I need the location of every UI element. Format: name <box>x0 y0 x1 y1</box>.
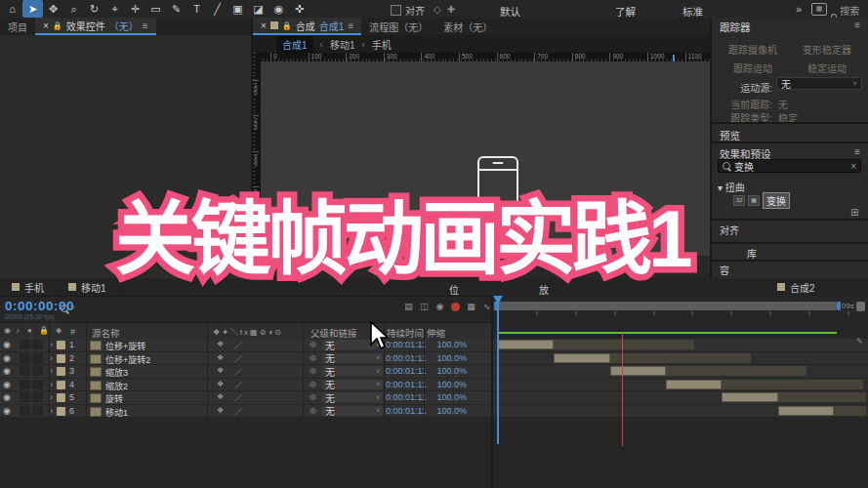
timeline-toggle-icon[interactable]: ▤ <box>404 302 413 311</box>
layer-color-chip[interactable] <box>57 407 65 416</box>
toolbar-extra-icon[interactable]: ✚ <box>447 4 455 15</box>
toolbar-tool-icon[interactable]: ✥ <box>43 0 63 18</box>
layer-color-chip[interactable] <box>57 381 65 389</box>
expand-arrow-icon[interactable]: › <box>50 366 53 376</box>
layer-name[interactable]: 缩放2 <box>105 380 128 392</box>
layer-name[interactable]: 位移+旋转 <box>105 340 145 352</box>
breadcrumb-leaf[interactable]: 手机 <box>372 37 392 52</box>
toolbar-tool-icon[interactable]: ◪ <box>248 0 269 18</box>
audio-column-icon[interactable]: ♪ <box>16 326 20 335</box>
clear-search-icon[interactable]: × <box>850 161 856 172</box>
toolbar-tool-icon[interactable]: ⌂ <box>2 0 22 18</box>
pickwhip-icon[interactable]: ◎ <box>310 380 316 388</box>
stretch-column-header[interactable]: 伸缩 <box>427 326 445 340</box>
align-panel-title[interactable]: 对齐 <box>720 223 739 237</box>
motion-source-dropdown[interactable]: 无 ˅ <box>776 77 862 90</box>
close-icon[interactable]: × <box>43 20 49 31</box>
toolbar-tool-icon[interactable]: T <box>186 0 207 18</box>
toolbar-tool-icon[interactable]: ▣ <box>227 0 248 18</box>
horizontal-ruler[interactable]: 0100200300400500600700800900100011001200 <box>261 53 710 61</box>
resolution-dropdown[interactable]: 完整 <box>462 262 481 276</box>
effect-transform-item[interactable]: 变换 <box>763 192 790 209</box>
quality-switch-icon[interactable]: ❖ <box>217 340 224 348</box>
tab-effect-controls[interactable]: × 🔒 效果控件 （无） ≡ <box>35 18 156 35</box>
panel-menu-icon[interactable]: ≡ <box>854 20 860 30</box>
audio-toggle[interactable] <box>20 406 30 416</box>
align-checkbox[interactable] <box>391 5 401 16</box>
audio-toggle[interactable] <box>20 340 30 349</box>
content-panel-title[interactable]: 容 <box>720 263 729 277</box>
pickwhip-icon[interactable]: ◎ <box>310 392 316 401</box>
new-preset-icon[interactable]: ⊞ <box>850 207 858 218</box>
warp-stabilizer-button[interactable]: 变形稳定器 <box>792 42 862 57</box>
visibility-column-icon[interactable]: ◉ <box>4 326 11 335</box>
pickwhip-icon[interactable]: ◎ <box>310 366 316 375</box>
breadcrumb-root[interactable]: 合成1 <box>276 36 313 53</box>
edit-icon[interactable]: ✎ <box>856 337 863 346</box>
quality-switch-icon[interactable]: ❖ <box>217 392 224 401</box>
lock-icon[interactable]: 🔒 <box>53 21 62 30</box>
audio-toggle[interactable] <box>20 353 30 363</box>
track-camera-button[interactable]: 跟踪摄像机 <box>718 42 788 57</box>
timeline-tab[interactable]: 手机 <box>0 278 57 296</box>
workspace-standard[interactable]: 标准 <box>682 4 703 19</box>
switches-column-icons[interactable]: ❖✦＼fx▦⊘◑⊙ <box>213 326 283 337</box>
number-column-header[interactable]: # <box>70 326 75 337</box>
panel-menu-icon[interactable]: ≡ <box>854 146 860 157</box>
toolbar-tool-icon[interactable]: ✎ <box>166 0 186 18</box>
workspace-icon[interactable]: ▦ <box>811 3 827 16</box>
playhead-line[interactable] <box>497 301 499 444</box>
timeline-tab-comp2[interactable]: 合成2 <box>777 278 815 296</box>
effects-search-input[interactable]: 变换 × <box>718 159 861 173</box>
toolbar-tool-icon[interactable]: ◉ <box>269 0 289 18</box>
layer-active-segment[interactable] <box>778 406 834 416</box>
parent-dropdown[interactable]: 无 ˅ <box>322 366 383 376</box>
pickwhip-icon[interactable]: ◎ <box>310 340 316 348</box>
workspace-learn[interactable]: 了解 <box>615 4 636 19</box>
layer-active-segment[interactable] <box>666 380 722 389</box>
timeline-toggle-icon[interactable]: ◉ <box>435 302 444 311</box>
timeline-tab-hidden[interactable]: 位 <box>449 282 459 297</box>
pickwhip-icon[interactable]: ◎ <box>310 406 316 415</box>
quality-slash-icon[interactable]: ／ <box>234 366 242 377</box>
libraries-panel-title[interactable]: 库 <box>747 246 757 261</box>
composition-viewport[interactable] <box>261 61 710 256</box>
work-area-bar[interactable] <box>498 302 837 310</box>
parent-dropdown[interactable]: 无 ˅ <box>322 380 383 389</box>
quality-switch-icon[interactable]: ❖ <box>217 353 224 362</box>
tab-footage[interactable]: 素材（无） <box>435 18 500 35</box>
toolbar-tool-icon[interactable]: ╱ <box>207 0 227 18</box>
timeline-toggle-icon[interactable]: ● <box>451 303 460 311</box>
visibility-toggle[interactable]: ◉ <box>3 353 11 363</box>
timeline-tab-hidden[interactable]: 放 <box>539 282 549 297</box>
audio-toggle[interactable] <box>20 392 30 402</box>
layer-row[interactable]: ◉ › 5 旋转 ❖ ／ ◎ 无 ˅ 0:00:01:11 100.0% <box>0 391 493 405</box>
timeline-toggle-icon[interactable]: ▦ <box>467 302 475 311</box>
panel-menu-icon[interactable]: ≡ <box>143 20 148 31</box>
quality-switch-icon[interactable]: ❖ <box>217 406 224 415</box>
view-count[interactable]: 1 <box>648 262 654 272</box>
solo-toggle[interactable] <box>32 392 43 402</box>
visibility-toggle[interactable]: ◉ <box>3 392 11 402</box>
solo-toggle[interactable] <box>32 353 43 363</box>
quality-slash-icon[interactable]: ／ <box>234 392 242 403</box>
workspace-default[interactable]: 默认 <box>500 4 520 19</box>
toolbar-extra-icon[interactable]: ◇ <box>434 4 441 15</box>
layer-color-chip[interactable] <box>57 341 65 349</box>
lock-column-icon[interactable]: 🔒 <box>39 326 49 335</box>
toolbar-tool-icon[interactable]: ➤ <box>22 0 43 18</box>
layer-color-chip[interactable] <box>57 354 65 363</box>
align-toggle[interactable]: 对齐 <box>391 3 425 18</box>
label-column-icon[interactable]: ◈ <box>56 326 62 335</box>
duration-column-header[interactable]: 持续时间 <box>387 326 424 340</box>
layer-name[interactable]: 位移+旋转2 <box>105 353 150 366</box>
audio-toggle[interactable] <box>20 380 30 389</box>
layer-active-segment[interactable] <box>498 340 554 349</box>
toolbar-tool-icon[interactable]: ▭ <box>145 0 166 18</box>
quality-slash-icon[interactable]: ／ <box>234 380 242 390</box>
layer-name[interactable]: 旋转 <box>105 392 123 405</box>
preview-panel-title[interactable]: 预览 <box>720 128 740 142</box>
parent-dropdown[interactable]: 无 ˅ <box>322 353 383 363</box>
track-motion-button[interactable]: 跟踪运动 <box>718 61 788 75</box>
tab-composition[interactable]: × 🔒 合成 合成1 ≡ <box>253 18 361 35</box>
